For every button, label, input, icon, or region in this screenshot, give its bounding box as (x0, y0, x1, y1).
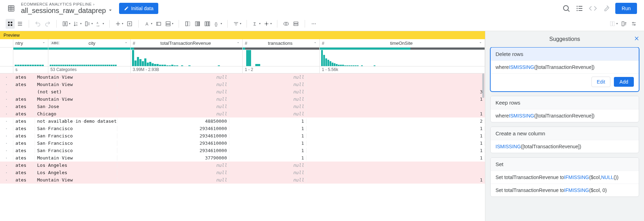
svg-rect-49 (294, 22, 298, 23)
table-row[interactable]: ·atesLos·Angelesnullnull (0, 169, 485, 176)
run-button[interactable]: Run (615, 3, 637, 14)
table-row[interactable]: ·atesLos·Angelesnullnull (0, 162, 485, 169)
grid-view-button[interactable] (6, 19, 15, 29)
table-row[interactable]: ·atesnot·available·in·demo·dataset488500… (0, 117, 485, 125)
column-name: totalTransactionRevenue (137, 41, 235, 46)
rename-button[interactable]: A1 2▾ (95, 19, 105, 29)
gutter-header (0, 39, 13, 47)
table-row[interactable]: ·atesSan·Francisco293461000011 (0, 140, 485, 147)
suggestion-title: Delete rows (491, 48, 639, 60)
svg-rect-35 (195, 22, 197, 26)
breadcrumb[interactable]: ECOMMERCE ANALYTICS PIPELINE › (21, 2, 113, 7)
flow-title: all_sessions_raw_dataprep (21, 7, 106, 15)
svg-point-53 (315, 23, 316, 24)
chevron-down-icon (313, 41, 317, 46)
list-view-button[interactable] (15, 19, 25, 29)
pivot-button[interactable]: ▾ (262, 19, 273, 29)
eyedropper-icon (602, 4, 610, 13)
column-header-timeonsite[interactable]: # timeOnSite (320, 39, 485, 47)
data-rows[interactable]: ·atesMountain·Viewnullnull·atesMountain·… (0, 73, 485, 221)
suggestion-keep-rows[interactable]: Keep rows where ISMISSING ([totalTransac… (490, 96, 639, 122)
column-header-city[interactable]: ABC city (48, 39, 131, 47)
suggestion-title: Create a new column (491, 127, 639, 140)
histogram-revenue[interactable] (131, 50, 243, 66)
table-row[interactable]: ·atesSan·Francisco293461000011 (0, 147, 485, 154)
extract-button[interactable] (125, 19, 134, 29)
table-row[interactable]: ·atesSan·Francisco293461000011 (0, 125, 485, 132)
table-row[interactable]: ·atesMountain·Viewnullnull (0, 73, 485, 81)
count-button[interactable] (193, 19, 202, 29)
table-row[interactable]: ·atesMountain·View3779000011 (0, 154, 485, 162)
close-icon[interactable] (633, 35, 640, 42)
suggestion-set[interactable]: Set Set totalTransactionRevenue to IFMIS… (490, 157, 639, 197)
toolbar: ▾ AB▾ ▾ A1 2▾ ▾ A▾ ▾ {}▾ ▾ Σ▾ (0, 17, 644, 31)
histogram-city[interactable] (48, 50, 131, 66)
summary-city: 53 Categories (50, 67, 77, 72)
column-header-revenue[interactable]: # totalTransactionRevenue (131, 39, 243, 47)
table-row[interactable]: ·atesSan·Josenullnull (0, 103, 485, 110)
sugg-arg: ([totalTransactionRevenue]) (534, 64, 595, 70)
svg-text:A: A (97, 22, 98, 24)
histogram-timeonsite[interactable] (320, 50, 485, 66)
table-row[interactable]: ·atesChicagonullnull1 (0, 110, 485, 117)
suggestion-delete-rows[interactable]: Delete rows where ISMISSING ([totalTrans… (490, 47, 639, 92)
table-row[interactable]: ·(not·set)nullnull3 (0, 88, 485, 95)
edit-text-button[interactable] (154, 19, 163, 29)
target-button[interactable] (619, 19, 629, 29)
svg-text:1 2: 1 2 (97, 24, 99, 27)
join-button[interactable] (282, 19, 291, 29)
more-button[interactable] (309, 19, 318, 29)
chevron-down-icon (478, 41, 483, 46)
svg-rect-11 (579, 8, 582, 9)
add-button[interactable]: Add (614, 77, 634, 87)
histogram-transactions[interactable] (243, 50, 320, 66)
table-row[interactable]: ·atesMountain·Viewnullnull1 (0, 176, 485, 184)
nest-button[interactable] (203, 19, 212, 29)
svg-point-7 (577, 6, 578, 7)
svg-rect-36 (198, 22, 199, 26)
column-header-transactions[interactable]: # transactions (243, 39, 320, 47)
table-row[interactable]: ·atesMountain·Viewnullnull (0, 81, 485, 88)
sort-button[interactable]: AB▾ (72, 19, 83, 29)
suggestion-title: Keep rows (491, 96, 639, 109)
scrollbar-thumb[interactable] (482, 73, 484, 98)
initial-data-button[interactable]: Initial data (119, 3, 158, 14)
svg-rect-56 (622, 22, 624, 26)
merge-columns-button[interactable]: ▾ (61, 19, 71, 29)
column-header-country[interactable]: ntry (13, 39, 48, 47)
redo-button (43, 19, 52, 29)
split-column-button[interactable]: ▾ (114, 19, 124, 29)
svg-rect-54 (610, 22, 612, 26)
filter-button[interactable]: ▾ (232, 19, 242, 29)
svg-rect-32 (166, 24, 170, 26)
histogram-country[interactable] (13, 50, 48, 66)
functions-button[interactable]: ▾ (83, 19, 94, 29)
svg-rect-24 (85, 22, 87, 26)
json-button[interactable]: {}▾ (213, 19, 223, 29)
replace-button[interactable]: ▾ (164, 19, 174, 29)
svg-rect-34 (188, 22, 190, 26)
hash-icon: # (322, 41, 324, 46)
flow-title-dropdown[interactable]: all_sessions_raw_dataprep (21, 7, 113, 15)
suggestions-panel: Suggestions Delete rows where ISMISSING … (485, 31, 644, 221)
aggregate-button[interactable]: Σ▾ (251, 19, 262, 29)
table-row[interactable]: ·atesMountain·Viewnullnull1 (0, 95, 485, 103)
header-actions: Run (562, 3, 637, 14)
suggestion-new-column[interactable]: Create a new column ISMISSING ([totalTra… (490, 127, 639, 153)
sugg-prefix: where (496, 113, 509, 119)
svg-rect-33 (186, 22, 187, 26)
svg-text:B: B (76, 24, 77, 26)
preview-bar: Preview (0, 31, 485, 39)
table-row[interactable]: ·atesSan·Francisco293461000011 (0, 132, 485, 140)
svg-rect-38 (205, 22, 206, 26)
settings-button[interactable] (629, 19, 638, 29)
edit-button[interactable]: Edit (591, 77, 610, 87)
format-button[interactable]: A▾ (143, 19, 153, 29)
svg-point-9 (577, 10, 578, 11)
dedupe-button[interactable] (183, 19, 192, 29)
union-button[interactable] (291, 19, 300, 29)
svg-point-46 (266, 23, 267, 24)
svg-rect-29 (157, 22, 161, 25)
recipe-steps-icon[interactable] (575, 4, 584, 13)
search-icon[interactable] (562, 4, 570, 13)
